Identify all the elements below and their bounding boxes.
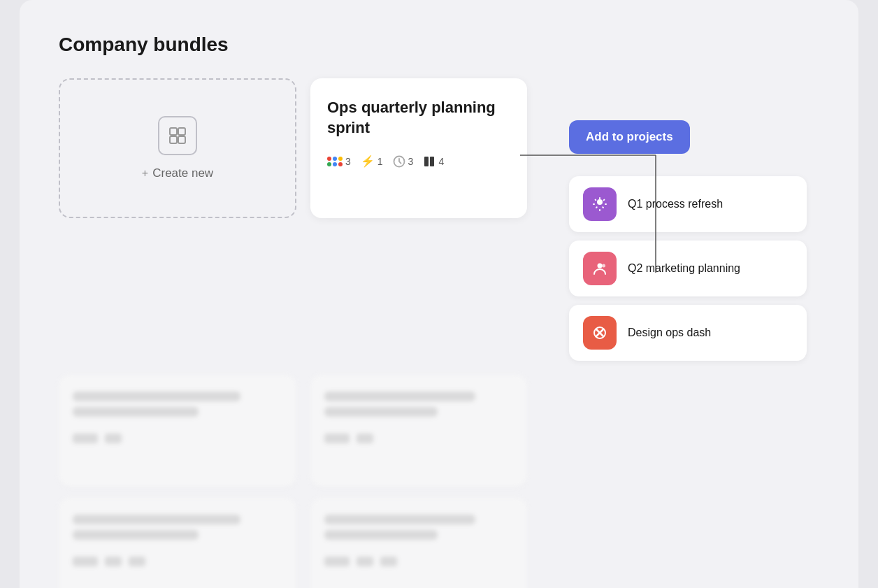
active-card-title: Ops quarterly planning sprint xyxy=(327,98,510,138)
right-panel: Add to projects xyxy=(541,78,819,361)
project-icon-design xyxy=(583,316,617,350)
blurred-card-3 xyxy=(59,498,296,588)
add-to-projects-button[interactable]: Add to projects xyxy=(569,120,690,154)
card-stats: 3 ⚡ 1 3 xyxy=(327,155,510,168)
notion-icon xyxy=(423,155,436,168)
active-card: Ops quarterly planning sprint 3 xyxy=(310,78,527,218)
project-name-design: Design ops dash xyxy=(628,327,711,339)
project-item-q2[interactable]: Q2 marketing planning xyxy=(569,241,807,296)
lightning-icon: ⚡ xyxy=(361,155,375,168)
blurred-cards-row-1 xyxy=(59,375,527,487)
clock-icon xyxy=(393,155,405,168)
create-new-card[interactable]: + Create new xyxy=(59,78,296,218)
main-window: Company bundles + Create new Ops quarter… xyxy=(20,0,858,588)
project-icon-q1 xyxy=(583,187,617,221)
stat-google: 3 xyxy=(327,156,351,167)
project-item-design[interactable]: Design ops dash xyxy=(569,305,807,361)
blurred-card-1 xyxy=(59,375,296,487)
svg-point-9 xyxy=(602,264,605,268)
blurred-card-2 xyxy=(310,375,527,487)
blurred-cards-row-2 xyxy=(59,498,527,588)
project-name-q2: Q2 marketing planning xyxy=(628,262,740,275)
create-new-label: Create new xyxy=(152,166,213,180)
stat-notion: 4 xyxy=(423,155,444,168)
svg-rect-5 xyxy=(424,157,429,166)
project-list: Q1 process refresh Q2 marketing planning xyxy=(569,176,807,361)
blurred-card-4 xyxy=(310,498,527,588)
stat-lightning: ⚡ 1 xyxy=(361,155,383,168)
stat-clock: 3 xyxy=(393,155,414,168)
plus-icon: + xyxy=(142,167,148,180)
dashboard-icon xyxy=(158,116,197,155)
project-name-q1: Q1 process refresh xyxy=(628,198,723,210)
svg-rect-2 xyxy=(170,136,177,143)
svg-point-7 xyxy=(597,199,603,205)
svg-rect-0 xyxy=(170,128,177,135)
svg-rect-6 xyxy=(430,157,434,166)
svg-rect-3 xyxy=(178,136,185,143)
google-apps-icon xyxy=(327,157,343,166)
page-title: Company bundles xyxy=(59,34,819,56)
svg-rect-1 xyxy=(178,128,185,135)
project-icon-q2 xyxy=(583,252,617,285)
svg-point-8 xyxy=(598,264,603,268)
project-item-q1[interactable]: Q1 process refresh xyxy=(569,176,807,232)
